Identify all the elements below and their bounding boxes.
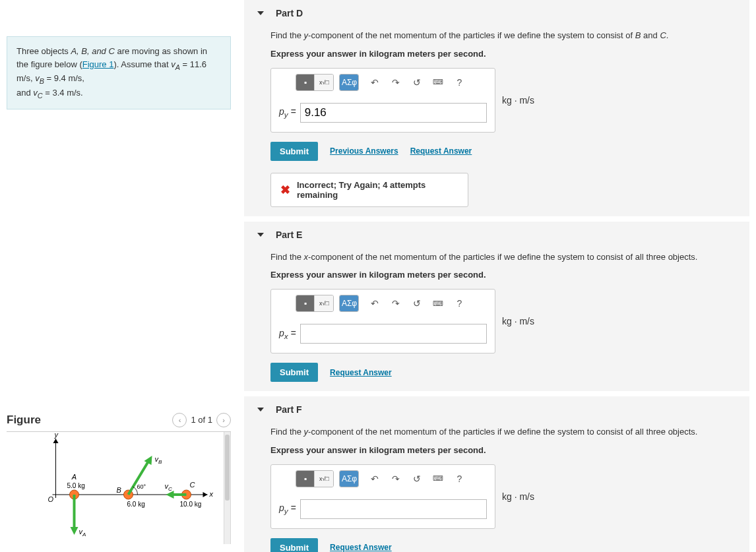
part-d-feedback: ✖ Incorrect; Try Again; 4 attempts remai… (270, 173, 468, 207)
part-f-header[interactable]: Part F (244, 396, 749, 420)
template-icon[interactable]: ▪ (296, 295, 315, 311)
svg-text:vC: vC (165, 482, 173, 492)
svg-text:vA: vA (79, 528, 86, 537)
svg-marker-3 (53, 439, 59, 443)
part-d-header[interactable]: Part D (244, 0, 749, 24)
svg-marker-1 (203, 492, 208, 497)
part-e-submit-button[interactable]: Submit (270, 363, 318, 382)
part-e: Part E Find the x-component of the net m… (244, 222, 749, 392)
reset-icon[interactable]: ↺ (409, 75, 425, 90)
part-e-answer-box: ▪ x√□ ΑΣφ ↶ ↷ ↺ ⌨ ? px = (270, 289, 495, 353)
svg-marker-11 (71, 527, 79, 535)
svg-text:C: C (190, 481, 195, 489)
sqrt-icon[interactable]: x√□ (315, 75, 333, 90)
part-d-submit-button[interactable]: Submit (270, 142, 318, 161)
caret-down-icon (257, 233, 264, 237)
reset-icon[interactable]: ↺ (409, 295, 425, 311)
svg-text:y: y (54, 432, 59, 439)
incorrect-icon: ✖ (280, 183, 290, 197)
part-d-request-answer[interactable]: Request Answer (410, 146, 472, 156)
svg-text:x: x (209, 490, 214, 498)
part-f-input[interactable] (300, 499, 487, 519)
part-f-request-answer[interactable]: Request Answer (330, 543, 392, 552)
part-e-prompt: Find the x-component of the net momentum… (270, 251, 723, 264)
sqrt-icon[interactable]: x√□ (315, 295, 333, 311)
redo-icon[interactable]: ↷ (388, 295, 404, 311)
part-e-instruction: Express your answer in kilogram meters p… (270, 270, 723, 280)
figure-counter: 1 of 1 (191, 415, 212, 425)
part-d-answer-box: ▪ x√□ ΑΣφ ↶ ↷ ↺ ⌨ ? py = (270, 68, 495, 133)
undo-icon[interactable]: ↶ (367, 75, 383, 90)
part-d-lhs: py = (279, 106, 296, 119)
keyboard-icon[interactable]: ⌨ (430, 295, 446, 311)
part-e-request-answer[interactable]: Request Answer (330, 368, 392, 377)
redo-icon[interactable]: ↷ (388, 75, 404, 90)
part-f-instruction: Express your answer in kilogram meters p… (270, 445, 723, 455)
part-e-header[interactable]: Part E (244, 222, 749, 245)
svg-text:A: A (71, 473, 77, 481)
part-d-units: kg · m/s (502, 95, 534, 106)
reset-icon[interactable]: ↺ (409, 471, 425, 487)
figure-title: Figure (7, 414, 41, 427)
greek-button[interactable]: ΑΣφ (340, 471, 358, 487)
part-d-prompt: Find the y-component of the net momentum… (270, 29, 723, 42)
help-icon[interactable]: ? (451, 75, 467, 90)
part-f-lhs: py = (279, 503, 296, 515)
help-icon[interactable]: ? (451, 471, 467, 487)
part-f-units: kg · m/s (502, 491, 534, 502)
sqrt-icon[interactable]: x√□ (315, 471, 333, 487)
help-icon[interactable]: ? (451, 295, 467, 311)
part-e-units: kg · m/s (502, 316, 534, 326)
undo-icon[interactable]: ↶ (367, 295, 383, 311)
keyboard-icon[interactable]: ⌨ (430, 471, 446, 487)
greek-button[interactable]: ΑΣφ (340, 75, 358, 90)
part-d-previous-answers[interactable]: Previous Answers (330, 146, 398, 156)
figure-prev-button[interactable]: ‹ (172, 413, 187, 427)
svg-text:10.0 kg: 10.0 kg (180, 501, 202, 508)
part-e-lhs: px = (279, 328, 296, 340)
part-e-input[interactable] (300, 324, 487, 344)
part-f: Part F Find the y-component of the net m… (244, 396, 749, 552)
figure-canvas: y x O A 5.0 kg vA B 6.0 kg vB (7, 432, 224, 544)
caret-down-icon (257, 11, 264, 15)
caret-down-icon (257, 408, 264, 412)
svg-text:6.0 kg: 6.0 kg (127, 501, 145, 508)
problem-statement: Three objects A, B, and C are moving as … (7, 36, 231, 109)
svg-text:60°: 60° (137, 483, 146, 490)
svg-text:vB: vB (155, 455, 163, 465)
figure-header: Figure ‹ 1 of 1 › (7, 413, 231, 432)
greek-button[interactable]: ΑΣφ (340, 295, 358, 311)
template-icon[interactable]: ▪ (296, 471, 315, 487)
figure-scrollbar[interactable] (224, 432, 230, 544)
figure-link[interactable]: Figure 1 (82, 59, 114, 69)
part-f-prompt: Find the y-component of the net momentum… (270, 425, 723, 439)
svg-text:5.0 kg: 5.0 kg (67, 482, 85, 489)
svg-text:B: B (117, 486, 121, 494)
part-d: Part D Find the y-component of the net m… (244, 0, 749, 216)
part-f-answer-box: ▪ x√□ ΑΣφ ↶ ↷ ↺ ⌨ ? py = (270, 464, 495, 529)
keyboard-icon[interactable]: ⌨ (430, 75, 446, 90)
template-icon[interactable]: ▪ (296, 75, 315, 90)
undo-icon[interactable]: ↶ (367, 471, 383, 487)
part-d-input[interactable] (300, 103, 487, 123)
part-d-instruction: Express your answer in kilogram meters p… (270, 49, 723, 59)
part-f-submit-button[interactable]: Submit (270, 538, 318, 553)
svg-text:O: O (48, 495, 54, 503)
figure-next-button[interactable]: › (216, 413, 231, 427)
redo-icon[interactable]: ↷ (388, 471, 404, 487)
